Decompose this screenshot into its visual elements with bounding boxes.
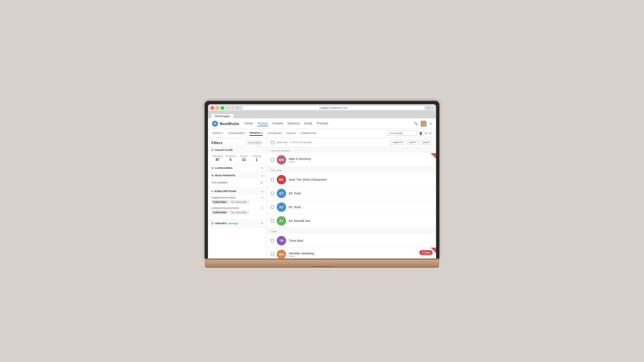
sf-val-prospects[interactable]: 6 <box>224 158 237 162</box>
export-button[interactable]: export ▾ <box>390 140 405 145</box>
person-info-bt2: BC Test2 <box>289 205 432 209</box>
person-row-bt1[interactable]: BT BC Test3 <box>267 187 436 200</box>
person-row-btr[interactable]: BT BC Randall Test <box>267 214 436 228</box>
refresh-btn[interactable]: ↻ <box>235 106 240 110</box>
subnav-people[interactable]: PEOPLE ▾ <box>250 131 262 136</box>
subnav-goals[interactable]: GOALS <box>286 131 296 135</box>
sf-header-actives: Actives <box>237 155 250 157</box>
moxi-insights-label: MOXI INSIGHTS <box>215 174 235 177</box>
person-name-tb: Tiana Baur <box>289 239 432 242</box>
subnav-campaigns[interactable]: CAMPAIGNS <box>301 131 316 135</box>
back-btn[interactable]: ‹ <box>227 106 230 110</box>
select-all-link[interactable]: select all <box>277 141 287 144</box>
settings-icon[interactable]: ⚙ <box>429 122 432 125</box>
select-all-checkbox[interactable] <box>271 141 274 144</box>
person-checkbox-mc[interactable] <box>271 178 274 181</box>
traffic-light-minimize[interactable] <box>216 106 219 110</box>
clear-filters-button[interactable]: clear filters <box>247 140 263 145</box>
avatar-bt2: BT <box>277 202 286 212</box>
sales-flow-header[interactable]: ⬡ SALES FLOW <box>208 146 266 154</box>
sf-val-actives[interactable]: 12 <box>237 158 250 162</box>
person-checkbox-mh[interactable] <box>271 253 274 256</box>
avatar-mh: MH <box>277 250 286 258</box>
person-row-mc[interactable]: MC Marc The Shark Chouaniere <box>267 173 436 187</box>
people-list-header: select all 1-30 of 125 people export ▾ s… <box>267 138 436 147</box>
nav-home[interactable]: Home <box>245 121 253 126</box>
browser-tab[interactable]: MoxiEngage <box>211 114 234 118</box>
subscriptions-header[interactable]: ≡ SUBSCRIPTIONS ▴ <box>208 188 266 195</box>
browser-action-share[interactable]: ⬆ <box>427 106 429 109</box>
person-checkbox-mm[interactable] <box>271 158 274 162</box>
section-label-this-year: This Year <box>267 167 436 173</box>
nav-engage[interactable]: Engage <box>258 121 268 126</box>
sf-val-marketing[interactable]: 87 <box>211 158 224 162</box>
moxi-insights-header[interactable]: ⊙ MOXI INSIGHTS ▴ <box>208 172 266 179</box>
person-name-mm: Mike D McHenry <box>289 157 432 161</box>
sub-name-nn: Neighborhood News <box>211 196 236 199</box>
traffic-light-maximize[interactable] <box>221 106 224 110</box>
nav-email[interactable]: Email <box>305 121 312 126</box>
browser-action-menu[interactable]: ⋯ <box>431 106 433 109</box>
people-list-actions: export ▾ sort ▾ view ▾ <box>390 140 432 145</box>
subscribed-btn-nn[interactable]: Subscribed <box>211 200 228 204</box>
nav-directory[interactable]: Directory <box>288 121 300 126</box>
avatar-mm: MM <box>277 155 286 165</box>
people-dropdown-arrow: ▾ <box>261 132 263 134</box>
people-list: select all 1-30 of 125 people export ▾ s… <box>267 138 436 258</box>
categories-header[interactable]: ⬡ CATEGORIES ▾ <box>208 165 266 172</box>
address-bar[interactable]: engage.moxiworks.com <box>242 106 425 110</box>
person-checkbox-bt1[interactable] <box>271 192 274 195</box>
sort-button[interactable]: sort ▾ <box>407 140 418 145</box>
find-people-input[interactable] <box>387 131 417 136</box>
subscriptions-arrow: ▴ <box>262 190 263 193</box>
groups-manage-link[interactable]: manage <box>228 222 238 225</box>
person-checkbox-bt2[interactable] <box>271 205 274 209</box>
user-avatar[interactable] <box>421 121 427 127</box>
filters-sidebar: Filters clear filters ⬡ SALES FLOW <box>208 138 267 258</box>
help-button[interactable]: ? Help <box>419 250 433 255</box>
categories-section: ⬡ CATEGORIES ▾ <box>208 165 266 172</box>
moxi-insights-section: ⊙ MOXI INSIGHTS ▴ Intel available 10 <box>208 172 266 188</box>
people-list-header-left: select all 1-30 of 125 people <box>271 141 312 144</box>
sf-val-pending[interactable]: 1 <box>251 158 263 162</box>
avatar-tb: TB <box>277 236 286 245</box>
person-row-mh[interactable]: MH Michelle Haneberg Buyer <box>267 248 436 258</box>
forward-btn[interactable]: › <box>231 106 234 110</box>
sub-name-la: Listing Announcements <box>211 206 239 209</box>
categories-label: CATEGORIES <box>215 167 232 170</box>
person-row-mm[interactable]: MM Mike D McHenry Seller <box>267 153 436 167</box>
envelope-icon[interactable]: ✉ <box>429 132 432 135</box>
person-flag-mm <box>431 153 436 159</box>
subscriptions-body: Neighborhood News 4 Subscribed Not Subsc… <box>208 195 266 220</box>
nav-present[interactable]: Present <box>273 121 283 126</box>
app-nav-items: Home Engage Present Directory Email Prom… <box>245 121 414 126</box>
subnav-dashboard[interactable]: DASHBOARD <box>228 131 245 135</box>
categories-header-left: ⬡ CATEGORIES <box>211 167 232 170</box>
person-name-bt1: BC Test3 <box>289 192 432 195</box>
sales-flow-header-left: ⬡ SALES FLOW <box>211 148 232 152</box>
traffic-light-close[interactable] <box>211 106 214 110</box>
help-label: Help <box>425 251 430 254</box>
person-checkbox-tb[interactable] <box>271 239 274 242</box>
settings-icon-small[interactable]: ⚙ <box>425 132 427 135</box>
sub-navbar: AGENT ▾ DASHBOARD PEOPLE ▾ CALENDAR GOAL… <box>208 129 436 138</box>
sales-flow-icon: ⬡ <box>211 148 214 152</box>
logo-icon: M <box>212 121 218 127</box>
nav-promote[interactable]: Promote <box>317 121 328 126</box>
view-button[interactable]: view ▾ <box>420 140 432 145</box>
view-arrow: ▾ <box>428 141 430 144</box>
subscribed-btn-la[interactable]: Subscribed <box>211 210 228 214</box>
search-icon[interactable]: 🔍 <box>414 122 418 125</box>
app-navbar: M MoxiWorks Home Engage Present Director… <box>208 118 436 129</box>
person-row-tb[interactable]: TB Tiana Baur <box>267 234 436 248</box>
not-subscribed-btn-nn[interactable]: Not Subscribed <box>229 200 249 204</box>
sf-header-prospects: Prospects <box>224 155 237 157</box>
subnav-calendar[interactable]: CALENDAR <box>267 131 282 135</box>
groups-arrow: ▾ <box>262 222 263 225</box>
not-subscribed-btn-la[interactable]: Not Subscribed <box>229 210 249 214</box>
groups-section: ⬡ GROUPS manage ▾ <box>208 220 266 227</box>
groups-header[interactable]: ⬡ GROUPS manage ▾ <box>208 220 266 227</box>
person-checkbox-btr[interactable] <box>271 219 274 223</box>
person-row-bt2[interactable]: BT BC Test2 <box>267 200 436 214</box>
subnav-agent[interactable]: AGENT ▾ <box>212 131 223 135</box>
